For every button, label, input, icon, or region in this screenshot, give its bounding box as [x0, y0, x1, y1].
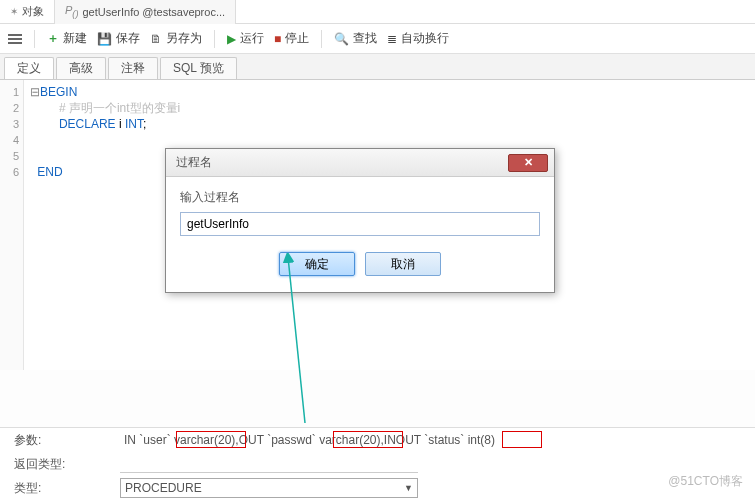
saveas-label: 另存为 [166, 30, 202, 47]
stop-button[interactable]: ■停止 [274, 30, 309, 47]
type-label: 类型: [0, 480, 120, 497]
dialog-label: 输入过程名 [180, 189, 540, 206]
run-label: 运行 [240, 30, 264, 47]
tab-function-label: getUserInfo @testsaveproc... [82, 6, 225, 18]
save-label: 保存 [116, 30, 140, 47]
separator [34, 30, 35, 48]
ok-button[interactable]: 确定 [279, 252, 355, 276]
function-icon: P() [65, 4, 78, 19]
tab-objects-label: 对象 [22, 4, 44, 19]
saveas-button[interactable]: 🗎另存为 [150, 30, 202, 47]
search-icon: 🔍 [334, 32, 349, 46]
new-label: 新建 [63, 30, 87, 47]
separator [214, 30, 215, 48]
tab-sqlpreview[interactable]: SQL 预览 [160, 57, 237, 79]
dialog-body: 输入过程名 确定 取消 [166, 177, 554, 292]
tab-advanced[interactable]: 高级 [56, 57, 106, 79]
close-button[interactable]: ✕ [508, 154, 548, 172]
stop-icon: ■ [274, 32, 281, 46]
find-button[interactable]: 🔍查找 [334, 30, 377, 47]
stop-label: 停止 [285, 30, 309, 47]
dialog-title: 过程名 [176, 154, 212, 171]
menu-icon[interactable] [8, 34, 22, 44]
sub-tabs: 定义 高级 注释 SQL 预览 [0, 54, 755, 80]
tab-definition[interactable]: 定义 [4, 57, 54, 79]
star-icon: ✶ [10, 6, 18, 17]
close-icon: ✕ [524, 156, 533, 169]
line-gutter: 123456 [0, 80, 24, 370]
top-tabs: ✶ 对象 P() getUserInfo @testsaveproc... [0, 0, 755, 24]
wrap-button[interactable]: ≣自动换行 [387, 30, 449, 47]
tab-function[interactable]: P() getUserInfo @testsaveproc... [55, 0, 236, 24]
save-button[interactable]: 💾保存 [97, 30, 140, 47]
cancel-button[interactable]: 取消 [365, 252, 441, 276]
find-label: 查找 [353, 30, 377, 47]
type-value: PROCEDURE [125, 481, 202, 495]
type-select[interactable]: PROCEDURE ▼ [120, 478, 418, 498]
wrap-icon: ≣ [387, 32, 397, 46]
procedure-name-input[interactable] [180, 212, 540, 236]
return-type-value[interactable] [120, 455, 418, 473]
toolbar: ＋新建 💾保存 🗎另存为 ▶运行 ■停止 🔍查找 ≣自动换行 [0, 24, 755, 54]
new-button[interactable]: ＋新建 [47, 30, 87, 47]
dialog-titlebar[interactable]: 过程名 ✕ [166, 149, 554, 177]
separator [321, 30, 322, 48]
params-label: 参数: [0, 432, 120, 449]
chevron-down-icon: ▼ [404, 483, 413, 493]
save-icon: 💾 [97, 32, 112, 46]
footer-panel: 参数: IN `user` varchar(20),OUT `passwd` v… [0, 427, 755, 500]
tab-objects[interactable]: ✶ 对象 [0, 0, 55, 24]
return-type-label: 返回类型: [0, 456, 120, 473]
saveas-icon: 🗎 [150, 32, 162, 46]
procedure-name-dialog: 过程名 ✕ 输入过程名 确定 取消 [165, 148, 555, 293]
play-icon: ▶ [227, 32, 236, 46]
plus-icon: ＋ [47, 30, 59, 47]
watermark: @51CTO博客 [668, 473, 743, 490]
wrap-label: 自动换行 [401, 30, 449, 47]
run-button[interactable]: ▶运行 [227, 30, 264, 47]
tab-comment[interactable]: 注释 [108, 57, 158, 79]
params-value[interactable]: IN `user` varchar(20),OUT `passwd` varch… [120, 431, 499, 449]
